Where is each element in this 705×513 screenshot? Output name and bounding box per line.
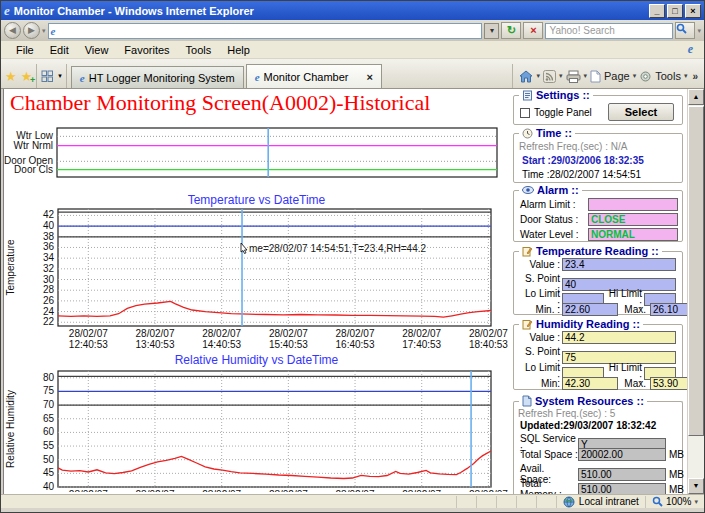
- select-button[interactable]: Select: [608, 103, 674, 121]
- feed-icon[interactable]: [543, 70, 556, 83]
- rh-value[interactable]: 44.2: [562, 331, 676, 344]
- print-icon[interactable]: [566, 70, 581, 83]
- tools-button[interactable]: Tools: [655, 70, 681, 82]
- temp-min[interactable]: 22.60: [562, 303, 618, 316]
- mouse-cursor-icon: [240, 243, 248, 254]
- search-dropdown[interactable]: ▾: [697, 27, 701, 35]
- favorites-center-icon[interactable]: ★: [5, 69, 17, 84]
- page-button[interactable]: Page: [604, 70, 630, 82]
- menu-edit[interactable]: Edit: [43, 42, 76, 58]
- panel-title: Temperature Reading ::: [536, 245, 659, 257]
- system-resources-icon: [522, 395, 532, 407]
- svg-text:28/02/07: 28/02/07: [69, 489, 108, 492]
- scroll-up-arrow[interactable]: ▲: [688, 89, 704, 105]
- water-level-value[interactable]: NORMAL: [588, 228, 678, 241]
- address-dropdown[interactable]: ▾: [484, 23, 499, 39]
- total-space-value[interactable]: 20002.00: [578, 448, 666, 461]
- time-panel: Time :: Refresh Freq.(sec) : N/A Start :…: [513, 133, 683, 183]
- menu-help[interactable]: Help: [220, 42, 257, 58]
- page-dropdown[interactable]: ▾: [633, 72, 637, 80]
- address-input[interactable]: e: [48, 23, 483, 39]
- tab-monitor-chamber[interactable]: e Monitor Chamber ×: [246, 64, 382, 88]
- zoom-control[interactable]: 100% ▾: [645, 496, 704, 508]
- panel-title: Time ::: [536, 127, 572, 139]
- start-time-text: Start :29/03/2006 18:32:35: [522, 155, 644, 166]
- toolbar-overflow-chevron[interactable]: »: [692, 71, 698, 82]
- total-memory-label: Total Memory :: [520, 478, 578, 494]
- panel-title: Settings ::: [536, 89, 590, 101]
- search-input[interactable]: Yahoo! Search: [545, 23, 673, 39]
- zoom-level-label: 100%: [666, 496, 692, 507]
- home-dropdown[interactable]: ▾: [536, 72, 540, 80]
- svg-text:75: 75: [43, 385, 55, 396]
- temp-max[interactable]: 26.10: [650, 303, 687, 316]
- tab-favicon-icon: e: [255, 71, 260, 83]
- page-icon[interactable]: [590, 70, 601, 83]
- svg-text:28/02/07: 28/02/07: [402, 328, 441, 339]
- add-favorite-icon[interactable]: ★+: [21, 69, 33, 84]
- menu-tools[interactable]: Tools: [179, 42, 219, 58]
- tab-list-dropdown[interactable]: ▾: [58, 72, 62, 80]
- browser-window: e Monitor Chamber - Windows Internet Exp…: [0, 0, 705, 513]
- close-button[interactable]: ×: [685, 4, 701, 18]
- humidity-reading-icon: [522, 319, 533, 330]
- temperature-reading-icon: [522, 246, 533, 257]
- nav-history-dropdown[interactable]: ▾: [42, 27, 46, 35]
- svg-text:28/02/07: 28/02/07: [336, 328, 375, 339]
- svg-text:42: 42: [43, 209, 55, 220]
- restore-button[interactable]: □: [667, 4, 683, 18]
- svg-text:16:40:53: 16:40:53: [336, 339, 375, 350]
- svg-text:26: 26: [43, 295, 55, 306]
- home-icon[interactable]: [519, 70, 533, 83]
- svg-text:28: 28: [43, 284, 55, 295]
- menu-file[interactable]: File: [9, 42, 41, 58]
- menu-favorites[interactable]: Favorites: [117, 42, 176, 58]
- tools-dropdown[interactable]: ▾: [684, 72, 688, 80]
- max-label: Max.: [618, 378, 650, 389]
- menu-view[interactable]: View: [78, 42, 116, 58]
- svg-text:24: 24: [43, 306, 55, 317]
- door-status-label: Door Status :: [520, 214, 588, 225]
- alarm-limit-value[interactable]: [588, 198, 678, 211]
- stop-button[interactable]: ×: [523, 22, 543, 39]
- title-bar: e Monitor Chamber - Windows Internet Exp…: [1, 1, 704, 20]
- zoom-dropdown[interactable]: ▾: [694, 498, 698, 506]
- search-magnifier-icon[interactable]: [675, 22, 695, 39]
- feed-dropdown[interactable]: ▾: [559, 72, 563, 80]
- toggle-panel-label: Toggle Panel: [534, 107, 592, 118]
- security-zone-label: Local intranet: [579, 496, 639, 507]
- alarm-panel: Alarm :: Alarm Limit : Door Status : CLO…: [513, 190, 683, 242]
- minimize-button[interactable]: _: [649, 4, 665, 18]
- scrollbar-thumb[interactable]: [688, 106, 704, 436]
- tab-ht-logger[interactable]: e HT Logger Monitoring System: [71, 66, 244, 88]
- svg-text:28/02/07: 28/02/07: [469, 328, 508, 339]
- settings-panel: Settings :: Toggle Panel Select: [513, 95, 683, 125]
- temp-value[interactable]: 23.4: [562, 258, 676, 271]
- humidity-reading-panel: Humidity Reading :: Value : 44.2 S. Poin…: [513, 324, 683, 390]
- panel-title: Humidity Reading ::: [536, 318, 640, 330]
- window-bottom-edge: [1, 508, 704, 513]
- svg-text:15:40:53: 15:40:53: [269, 339, 308, 350]
- tools-gear-icon[interactable]: [639, 70, 652, 83]
- rh-max[interactable]: 53.90: [650, 377, 687, 390]
- status-chart: Wtr LowWtr NrmlDoor OpenDoor Cls: [4, 121, 509, 181]
- back-button[interactable]: ◀: [4, 22, 21, 39]
- chart-title: Temperature vs DateTime: [4, 193, 509, 207]
- forward-button[interactable]: ▶: [23, 22, 40, 39]
- quick-tabs-icon[interactable]: [41, 70, 54, 83]
- door-status-value[interactable]: CLOSE: [588, 213, 678, 226]
- svg-text:28/02/07: 28/02/07: [136, 328, 175, 339]
- tab-close-icon[interactable]: ×: [367, 71, 373, 83]
- value-label: Value :: [520, 259, 562, 270]
- tab-favicon-icon: e: [80, 72, 85, 84]
- toggle-panel-checkbox[interactable]: [520, 108, 530, 118]
- rh-min[interactable]: 42.30: [562, 377, 618, 390]
- print-dropdown[interactable]: ▾: [584, 72, 588, 80]
- unit-label: MB: [666, 449, 684, 460]
- refresh-button[interactable]: ↻: [501, 22, 521, 39]
- page-title: Chamber Monitoring Screen(A0002)-Histori…: [10, 90, 430, 116]
- scroll-down-arrow[interactable]: ▼: [688, 478, 704, 494]
- svg-text:65: 65: [43, 413, 55, 424]
- vertical-scrollbar[interactable]: ▲ ▼: [688, 89, 704, 494]
- svg-text:40: 40: [43, 481, 55, 492]
